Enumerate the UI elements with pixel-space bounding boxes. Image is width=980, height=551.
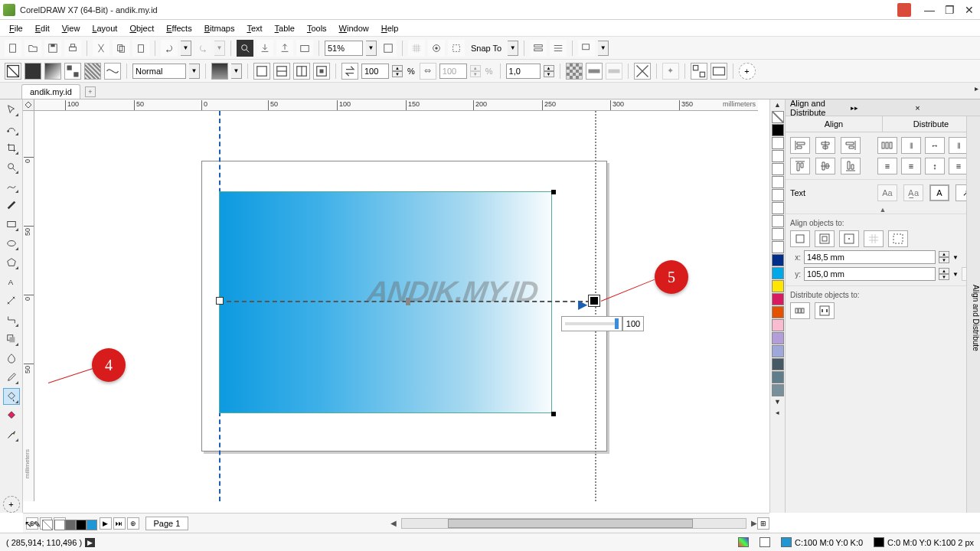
collapse-section-icon[interactable]: ▲ (786, 206, 980, 214)
connector-tool[interactable] (3, 311, 20, 328)
selection-handle[interactable] (551, 190, 556, 194)
color-swatch[interactable] (772, 332, 784, 344)
snap-to-dropdown[interactable]: ▼ (508, 41, 518, 56)
user-account-icon[interactable] (897, 3, 911, 17)
align-y-input[interactable] (804, 267, 936, 281)
dist-page-button[interactable] (815, 302, 835, 319)
color-swatch[interactable] (772, 150, 784, 162)
fill-mode-select[interactable] (132, 64, 186, 79)
menu-edit[interactable]: Edit (29, 22, 56, 34)
align-bottom-button[interactable] (841, 158, 861, 174)
text-bbox-button[interactable]: A (929, 184, 949, 201)
color-swatch[interactable] (772, 137, 784, 149)
uniform-fill-button[interactable] (24, 63, 41, 80)
menu-effects[interactable]: Effects (160, 22, 198, 34)
proof-colors-icon[interactable] (738, 537, 749, 547)
color-swatch[interactable] (772, 384, 784, 396)
menu-layout[interactable]: Layout (86, 22, 123, 34)
color-swatch[interactable] (772, 280, 784, 292)
text-tool[interactable]: A (3, 273, 20, 290)
align-center-v-button[interactable] (815, 158, 835, 174)
add-page-after-button[interactable]: ⊕ (127, 517, 139, 530)
shape-tool[interactable] (3, 120, 20, 137)
dist-spacing-v-button[interactable]: ↕ (925, 158, 945, 174)
ellipse-tool[interactable] (3, 235, 20, 252)
align-point-button[interactable] (888, 230, 908, 247)
menu-object[interactable]: Object (123, 22, 160, 34)
fountain-fill-button[interactable] (44, 63, 61, 80)
spin-up[interactable]: ▲ (544, 65, 554, 71)
spin-down[interactable]: ▼ (544, 71, 554, 77)
smooth-button[interactable] (586, 63, 603, 80)
palette-scroll-down[interactable]: ▼ (774, 398, 781, 406)
color-swatch[interactable] (772, 202, 784, 214)
color-swatch[interactable] (772, 163, 784, 175)
gradient-start-handle[interactable] (216, 297, 224, 305)
reverse-fill-button[interactable] (341, 63, 358, 80)
node-color-button[interactable] (211, 63, 228, 80)
new-tab-button[interactable]: + (85, 86, 96, 97)
outline-tool[interactable] (3, 426, 20, 443)
freehand-tool[interactable] (3, 178, 20, 194)
color-swatch[interactable] (772, 241, 784, 253)
recent-color-swatch[interactable] (65, 520, 76, 530)
docker-close-icon[interactable]: × (915, 103, 975, 112)
convert-button[interactable] (691, 63, 707, 80)
rectangular-type-button[interactable] (313, 63, 330, 80)
transparency-tool[interactable] (3, 350, 20, 367)
color-swatch[interactable] (772, 319, 784, 331)
recent-color-swatch[interactable] (76, 520, 87, 530)
dist-center-h-button[interactable]: ⦀ (901, 137, 921, 154)
color-swatch[interactable] (772, 358, 784, 370)
gradient-midpoint-handle[interactable] (406, 298, 410, 305)
crop-tool[interactable] (3, 139, 20, 156)
rectangle-tool[interactable] (3, 216, 20, 233)
import-button[interactable] (256, 40, 273, 57)
pattern-fill-button[interactable] (64, 63, 81, 80)
quick-customize-button[interactable]: + (3, 496, 20, 513)
conical-type-button[interactable] (293, 63, 310, 80)
new-button[interactable] (5, 40, 21, 57)
next-page-button[interactable]: ▶ (100, 517, 112, 530)
close-button[interactable]: ✕ (960, 2, 978, 18)
transparency-input[interactable] (361, 64, 389, 79)
menu-file[interactable]: File (3, 22, 29, 34)
align-center-h-button[interactable] (815, 137, 835, 154)
color-swatch[interactable] (772, 345, 784, 357)
free-scale-button[interactable] (566, 63, 583, 80)
color-swatch[interactable] (772, 176, 784, 188)
link-button[interactable]: ⇔ (420, 63, 436, 80)
menu-help[interactable]: Help (375, 22, 405, 34)
options-button[interactable] (530, 40, 547, 57)
play-icon[interactable]: ▶ (85, 538, 95, 547)
dist-spacing-h-button[interactable]: ↔ (925, 137, 945, 154)
menu-text[interactable]: Text (240, 22, 268, 34)
accel-button[interactable] (606, 63, 622, 80)
palette-scroll-up[interactable]: ▲ (774, 101, 781, 109)
zoom-dropdown[interactable]: ▼ (366, 41, 377, 56)
save-button[interactable] (44, 40, 61, 57)
polygon-tool[interactable] (3, 254, 20, 271)
align-x-input[interactable] (804, 250, 936, 264)
menu-table[interactable]: Table (269, 22, 301, 34)
export-button[interactable] (276, 40, 293, 57)
palette-flyout[interactable]: ◂ (776, 409, 779, 416)
artistic-media-tool[interactable] (3, 197, 20, 214)
color-swatch[interactable] (772, 228, 784, 240)
maximize-button[interactable]: ❐ (940, 2, 959, 18)
horizontal-ruler[interactable]: millimeters10050050100150200250300350 (34, 99, 758, 111)
align-page-edge-button[interactable] (815, 230, 835, 247)
color-swatch[interactable] (772, 306, 784, 318)
zoom-input[interactable] (325, 41, 363, 56)
no-color-swatch[interactable] (772, 111, 784, 123)
align-top-button[interactable] (790, 158, 810, 174)
gradient-end-handle[interactable] (589, 295, 599, 306)
navigator-button[interactable]: ⊞ (757, 517, 769, 530)
selection-handle[interactable] (551, 412, 556, 416)
minimize-button[interactable]: — (920, 2, 939, 18)
docker-collapse-icon[interactable]: ▸ (975, 84, 978, 93)
copy-button[interactable] (113, 40, 129, 57)
color-swatch[interactable] (772, 215, 784, 227)
color-swatch[interactable] (772, 293, 784, 305)
color-settings-icon[interactable] (760, 537, 770, 547)
